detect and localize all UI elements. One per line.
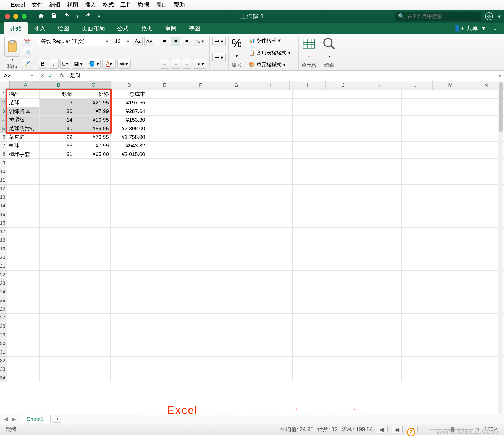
cell[interactable]	[40, 348, 74, 357]
cell[interactable]	[438, 159, 474, 167]
cell[interactable]	[183, 271, 220, 279]
cell[interactable]	[7, 159, 40, 167]
cell[interactable]	[74, 271, 111, 279]
cell[interactable]	[365, 339, 402, 348]
cell[interactable]	[402, 150, 438, 159]
col-header-A[interactable]: A	[10, 81, 42, 90]
col-header-M[interactable]: M	[433, 81, 468, 90]
cell[interactable]	[147, 245, 183, 253]
cell[interactable]	[402, 133, 438, 142]
cell[interactable]	[147, 314, 183, 322]
cell[interactable]	[256, 374, 293, 382]
cell[interactable]	[293, 185, 329, 193]
cell[interactable]	[111, 271, 147, 279]
cell[interactable]	[402, 314, 438, 322]
cell[interactable]	[220, 185, 256, 193]
cell[interactable]	[402, 210, 438, 219]
cell[interactable]	[183, 288, 220, 296]
cell[interactable]	[147, 236, 183, 245]
cell[interactable]	[365, 124, 402, 133]
tab-review[interactable]: 审阅	[159, 22, 183, 34]
cell[interactable]	[40, 365, 74, 374]
cell[interactable]	[147, 296, 183, 305]
cell[interactable]	[329, 279, 365, 288]
cell[interactable]: 护腿板	[7, 116, 40, 124]
cell[interactable]	[438, 116, 474, 124]
row-header[interactable]: 14	[0, 202, 7, 210]
cell[interactable]	[74, 357, 111, 365]
col-header-B[interactable]: B	[42, 81, 76, 90]
cell[interactable]	[256, 322, 293, 331]
cell[interactable]	[402, 124, 438, 133]
align-middle-button[interactable]: ≡	[171, 37, 180, 46]
cell[interactable]	[329, 236, 365, 245]
cell[interactable]	[147, 150, 183, 159]
cell[interactable]	[220, 90, 256, 99]
cell[interactable]	[256, 202, 293, 210]
menu-edit[interactable]: 编辑	[49, 1, 61, 9]
cell[interactable]	[256, 253, 293, 262]
cell[interactable]	[220, 99, 256, 107]
cell[interactable]	[220, 193, 256, 202]
cell[interactable]	[147, 331, 183, 339]
cell[interactable]	[111, 262, 147, 271]
cell[interactable]	[74, 185, 111, 193]
cell[interactable]	[147, 365, 183, 374]
sheet-tab[interactable]: Sheet1	[20, 415, 51, 423]
cell[interactable]	[329, 219, 365, 228]
cell[interactable]	[220, 279, 256, 288]
tab-insert[interactable]: 插入	[28, 22, 52, 34]
cell[interactable]	[40, 202, 74, 210]
cell[interactable]	[183, 185, 220, 193]
cell[interactable]	[329, 124, 365, 133]
cell[interactable]	[183, 314, 220, 322]
number-format-icon[interactable]: %	[231, 37, 242, 50]
cell[interactable]	[365, 279, 402, 288]
cell[interactable]	[74, 348, 111, 357]
cell[interactable]	[147, 90, 183, 99]
cell[interactable]	[147, 253, 183, 262]
fill-color-button[interactable]: 🪣 ▾	[87, 59, 101, 69]
cell[interactable]	[365, 331, 402, 339]
cell[interactable]	[147, 159, 183, 167]
cell[interactable]	[111, 339, 147, 348]
cell[interactable]	[147, 374, 183, 382]
cell[interactable]	[293, 236, 329, 245]
align-center-button[interactable]: ≡	[171, 59, 180, 69]
cell[interactable]	[365, 133, 402, 142]
cell[interactable]	[438, 374, 474, 382]
row-header[interactable]: 13	[0, 193, 7, 202]
cell[interactable]	[40, 210, 74, 219]
cell[interactable]	[220, 365, 256, 374]
cell[interactable]	[365, 253, 402, 262]
row-header[interactable]: 28	[0, 322, 7, 331]
cell[interactable]	[74, 279, 111, 288]
cell[interactable]	[111, 210, 147, 219]
cell[interactable]	[293, 253, 329, 262]
cell[interactable]	[402, 167, 438, 176]
confirm-formula-icon[interactable]: ✓	[49, 72, 53, 79]
cell[interactable]	[40, 288, 74, 296]
cell[interactable]	[183, 133, 220, 142]
cell[interactable]	[293, 271, 329, 279]
orientation-button[interactable]: ⤡ ▾	[193, 37, 206, 46]
cell[interactable]	[329, 210, 365, 219]
cell[interactable]	[7, 253, 40, 262]
row-header[interactable]: 18	[0, 236, 7, 245]
cell[interactable]	[293, 357, 329, 365]
name-box[interactable]: A2	[0, 71, 36, 81]
cell[interactable]	[438, 357, 474, 365]
cell[interactable]	[147, 262, 183, 271]
row-header[interactable]: 12	[0, 185, 7, 193]
cell[interactable]	[183, 331, 220, 339]
col-header-K[interactable]: K	[361, 81, 397, 90]
cell[interactable]	[183, 374, 220, 382]
cell[interactable]	[329, 296, 365, 305]
cell[interactable]	[256, 150, 293, 159]
cell[interactable]	[111, 314, 147, 322]
cell[interactable]	[293, 107, 329, 116]
cell[interactable]	[293, 296, 329, 305]
cell[interactable]	[402, 228, 438, 236]
row-header[interactable]: 31	[0, 348, 7, 357]
cell[interactable]	[147, 107, 183, 116]
